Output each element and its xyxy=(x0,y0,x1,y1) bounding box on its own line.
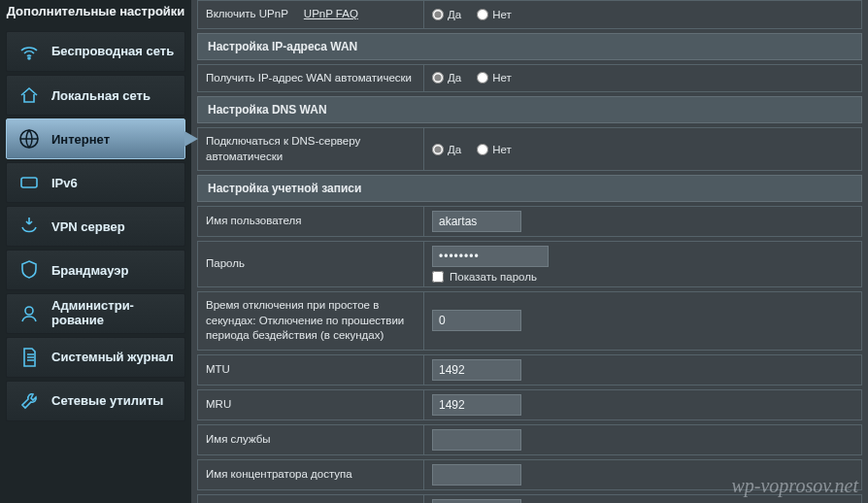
vpn-icon xyxy=(17,214,42,239)
upnp-no-radio[interactable]: Нет xyxy=(477,9,512,20)
idle-label: Время отключения при простое в секундах:… xyxy=(198,292,423,350)
sidebar: Дополнительные настройки Беспроводная се… xyxy=(0,0,191,503)
sidebar-item-firewall[interactable]: Брандмауэр xyxy=(6,250,185,290)
ac-input[interactable] xyxy=(432,464,521,486)
mru-label: MRU xyxy=(198,390,423,419)
dns-auto-yes-radio[interactable]: Да xyxy=(432,144,461,155)
sidebar-item-label: IPv6 xyxy=(51,176,78,190)
upnp-yes-radio[interactable]: Да xyxy=(432,9,461,20)
row-service: Имя службы xyxy=(197,424,862,455)
row-username: Имя пользователя xyxy=(197,206,862,237)
row-mru: MRU xyxy=(197,389,862,420)
mtu-label: MTU xyxy=(198,355,423,385)
wrench-icon xyxy=(17,388,42,414)
user-icon xyxy=(17,301,42,326)
dns-auto-label: Подключаться к DNS-серверу автоматически xyxy=(198,128,423,170)
sidebar-item-wireless[interactable]: Беспроводная сеть xyxy=(6,31,185,72)
shield-icon xyxy=(17,257,42,283)
svg-point-0 xyxy=(28,57,30,59)
sidebar-item-tools[interactable]: Сетевые утилиты xyxy=(6,381,185,421)
section-dns: Настройка DNS WAN xyxy=(197,96,862,123)
svg-rect-2 xyxy=(21,178,37,187)
sidebar-item-label: Сетевые утилиты xyxy=(51,394,163,409)
service-label: Имя службы xyxy=(198,425,423,454)
upnp-enable-label: Включить UPnP UPnP FAQ xyxy=(198,1,423,28)
row-mtu: MTU xyxy=(197,354,862,386)
idle-input[interactable] xyxy=(432,310,521,331)
globe-icon xyxy=(17,126,42,151)
username-label: Имя пользователя xyxy=(198,207,423,236)
password-input[interactable] xyxy=(432,246,549,267)
sidebar-item-label: Системный журнал xyxy=(51,351,174,365)
service-input[interactable] xyxy=(432,429,521,451)
show-password-checkbox[interactable]: Показать пароль xyxy=(432,271,549,283)
row-password: Пароль Показать пароль xyxy=(197,241,862,287)
row-dns-auto: Подключаться к DNS-серверу автоматически… xyxy=(197,127,862,171)
sidebar-item-vpn[interactable]: VPN сервер xyxy=(6,206,185,247)
sidebar-item-label: Интернет xyxy=(51,132,110,147)
row-idle: Время отключения при простое в секундах:… xyxy=(197,291,862,351)
row-upnp: Включить UPnP UPnP FAQ Да Нет xyxy=(197,0,862,29)
wan-auto-yes-radio[interactable]: Да xyxy=(432,72,461,84)
main-content: Включить UPnP UPnP FAQ Да Нет Настройка … xyxy=(191,0,868,503)
mtu-input[interactable] xyxy=(432,359,521,381)
sidebar-item-syslog[interactable]: Системный журнал xyxy=(6,337,185,378)
mru-input[interactable] xyxy=(432,394,521,416)
sidebar-header: Дополнительные настройки xyxy=(6,0,185,28)
document-icon xyxy=(17,345,42,370)
wan-auto-label: Получить IP-адрес WAN автоматически xyxy=(198,65,423,92)
sidebar-item-lan[interactable]: Локальная сеть xyxy=(6,75,185,116)
sidebar-item-internet[interactable]: Интернет xyxy=(6,118,185,159)
row-wan-auto: Получить IP-адрес WAN автоматически Да Н… xyxy=(197,64,862,93)
svg-point-3 xyxy=(25,307,33,315)
house-icon xyxy=(17,83,42,108)
sidebar-item-label: VPN сервер xyxy=(51,219,125,234)
username-input[interactable] xyxy=(432,211,521,232)
pppd-input[interactable] xyxy=(432,499,521,503)
password-label: Пароль xyxy=(198,242,423,286)
section-wan-ip: Настройка IP-адреса WAN xyxy=(197,33,862,60)
ipv6-icon xyxy=(17,170,42,195)
wifi-icon xyxy=(17,39,42,64)
row-ac: Имя концентратора доступа xyxy=(197,459,862,490)
sidebar-item-label: Администри- рование xyxy=(51,299,134,328)
row-pppd: Дополнительные параметры pppd xyxy=(197,494,862,503)
pppd-label: Дополнительные параметры pppd xyxy=(198,495,423,503)
upnp-faq-link[interactable]: UPnP FAQ xyxy=(304,7,358,22)
dns-auto-no-radio[interactable]: Нет xyxy=(477,144,512,155)
sidebar-item-label: Беспроводная сеть xyxy=(51,45,174,59)
sidebar-item-admin[interactable]: Администри- рование xyxy=(6,293,185,334)
sidebar-item-label: Брандмауэр xyxy=(51,263,128,278)
ac-label: Имя концентратора доступа xyxy=(198,460,423,489)
sidebar-item-label: Локальная сеть xyxy=(51,88,150,103)
sidebar-item-ipv6[interactable]: IPv6 xyxy=(6,162,185,203)
section-account: Настройка учетной записи xyxy=(197,175,862,202)
wan-auto-no-radio[interactable]: Нет xyxy=(477,72,512,84)
